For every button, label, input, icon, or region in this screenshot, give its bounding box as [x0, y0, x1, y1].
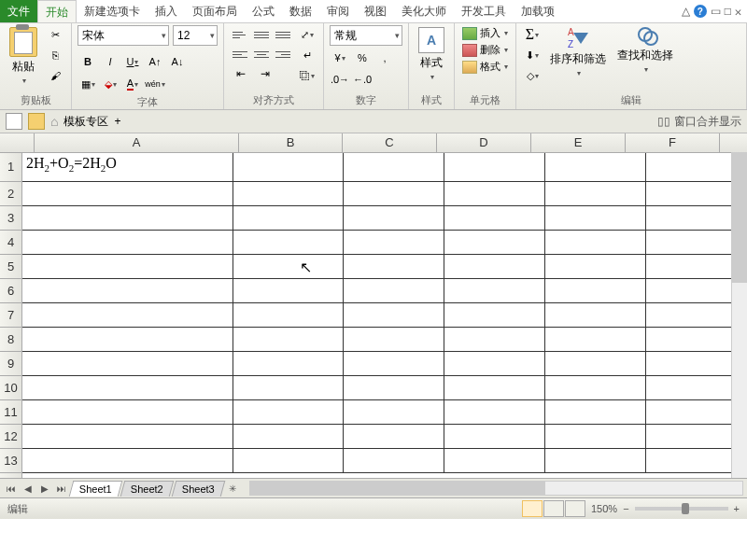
cell[interactable] [344, 182, 444, 205]
cell[interactable] [22, 206, 233, 230]
cell[interactable] [233, 449, 344, 472]
cell[interactable] [344, 206, 444, 230]
row-header[interactable]: 9 [0, 352, 21, 376]
cell[interactable] [22, 303, 233, 327]
align-center-button[interactable] [251, 45, 272, 63]
cell[interactable] [444, 449, 545, 472]
cell[interactable] [444, 376, 545, 399]
wrap-text-button[interactable]: ↵ [297, 46, 317, 64]
cell[interactable] [233, 255, 344, 278]
cell[interactable] [22, 328, 233, 351]
cell[interactable] [22, 449, 233, 472]
cell[interactable] [444, 303, 545, 327]
window-close-icon[interactable]: ⨉ [735, 5, 741, 18]
styles-button[interactable]: A 样式 ▾ [415, 25, 448, 83]
row-header[interactable]: 10 [0, 376, 21, 400]
row-header[interactable]: 12 [0, 425, 21, 449]
row-header[interactable]: 4 [0, 231, 21, 255]
sheet-nav-prev[interactable]: ◀ [21, 481, 35, 496]
column-header[interactable]: C [343, 133, 437, 152]
column-header[interactable]: D [437, 133, 531, 152]
cell[interactable] [344, 153, 444, 181]
tab-dev[interactable]: 开发工具 [454, 0, 514, 22]
cell[interactable] [344, 400, 444, 424]
cell[interactable] [344, 425, 444, 448]
cell[interactable] [22, 279, 233, 302]
find-select-button[interactable]: 查找和选择 ▾ [613, 25, 677, 76]
tab-formula[interactable]: 公式 [245, 0, 282, 22]
paste-button[interactable]: 粘贴 ▾ [6, 25, 41, 87]
copy-button[interactable]: ⎘ [45, 46, 65, 64]
percent-button[interactable]: % [352, 49, 373, 67]
font-grow-button[interactable]: A↑ [145, 52, 165, 71]
cell[interactable] [444, 231, 545, 254]
row-header[interactable]: 3 [0, 206, 21, 231]
tab-file[interactable]: 文件 [0, 0, 37, 22]
cell[interactable] [344, 255, 444, 278]
cell[interactable] [444, 400, 545, 424]
vertical-scrollbar[interactable] [731, 153, 747, 478]
cell[interactable] [22, 352, 233, 375]
cut-button[interactable]: ✂ [45, 25, 65, 44]
new-doc-icon[interactable] [6, 113, 22, 130]
decimal-increase-button[interactable]: .0→ [330, 70, 350, 89]
row-header[interactable]: 8 [0, 328, 21, 352]
currency-button[interactable]: ¥▾ [330, 49, 350, 67]
cell[interactable] [545, 425, 646, 448]
row-header[interactable]: 6 [0, 279, 21, 303]
delete-cells-button[interactable]: 删除▾ [460, 42, 510, 58]
zoom-slider[interactable] [635, 507, 728, 511]
zoom-out-button[interactable]: − [623, 503, 628, 514]
cell[interactable] [444, 279, 545, 302]
ribbon-collapse-icon[interactable]: △ [682, 5, 690, 18]
tab-insert[interactable]: 插入 [148, 0, 185, 22]
cell[interactable] [344, 231, 444, 254]
help-icon[interactable]: ? [694, 5, 707, 18]
window-merge-icon[interactable]: ▯▯ [657, 115, 670, 128]
cell[interactable] [545, 328, 646, 351]
cell[interactable] [233, 153, 344, 181]
cell[interactable] [22, 376, 233, 399]
home-icon[interactable]: ⌂ [50, 114, 58, 129]
sheet-tab-2[interactable]: Sheet2 [120, 481, 174, 497]
cell[interactable] [344, 279, 444, 302]
select-all-corner[interactable] [0, 133, 35, 152]
align-bottom-button[interactable] [273, 25, 293, 44]
cell[interactable] [233, 303, 344, 327]
cell[interactable] [545, 352, 646, 375]
cell[interactable] [545, 255, 646, 278]
cell[interactable] [545, 206, 646, 230]
indent-decrease-button[interactable]: ⇤ [230, 65, 252, 82]
clear-button[interactable]: ◇▾ [522, 66, 543, 85]
cell[interactable] [22, 231, 233, 254]
sheet-nav-next[interactable]: ▶ [37, 481, 52, 496]
tab-beautify[interactable]: 美化大师 [394, 0, 454, 22]
bold-button[interactable]: B [78, 52, 98, 71]
window-minimize-icon[interactable]: ▭ [711, 5, 721, 18]
window-restore-icon[interactable]: □ [725, 5, 731, 18]
zoom-in-button[interactable]: + [734, 503, 740, 514]
borders-button[interactable]: ▦▾ [78, 75, 98, 93]
align-top-button[interactable] [230, 25, 250, 44]
tab-newtab[interactable]: 新建选项卡 [77, 0, 148, 22]
cell[interactable] [22, 425, 233, 448]
cell[interactable] [344, 449, 444, 472]
sheet-tab-1[interactable]: Sheet1 [69, 481, 122, 497]
orientation-button[interactable]: ⤢▾ [297, 25, 317, 44]
row-header[interactable]: 13 [0, 449, 21, 473]
cell[interactable] [344, 328, 444, 351]
cell[interactable] [444, 255, 545, 278]
align-left-button[interactable] [230, 45, 250, 63]
cell[interactable] [444, 182, 545, 205]
cell[interactable] [545, 153, 646, 181]
cell[interactable] [233, 376, 344, 399]
cell[interactable] [444, 328, 545, 351]
underline-button[interactable]: U▾ [122, 52, 143, 71]
fill-button[interactable]: ⬇▾ [522, 46, 543, 64]
tab-layout[interactable]: 页面布局 [185, 0, 245, 22]
view-normal-button[interactable] [522, 500, 543, 517]
cell[interactable] [545, 279, 646, 302]
cell[interactable] [545, 231, 646, 254]
cell[interactable] [444, 425, 545, 448]
cell[interactable] [22, 255, 233, 278]
